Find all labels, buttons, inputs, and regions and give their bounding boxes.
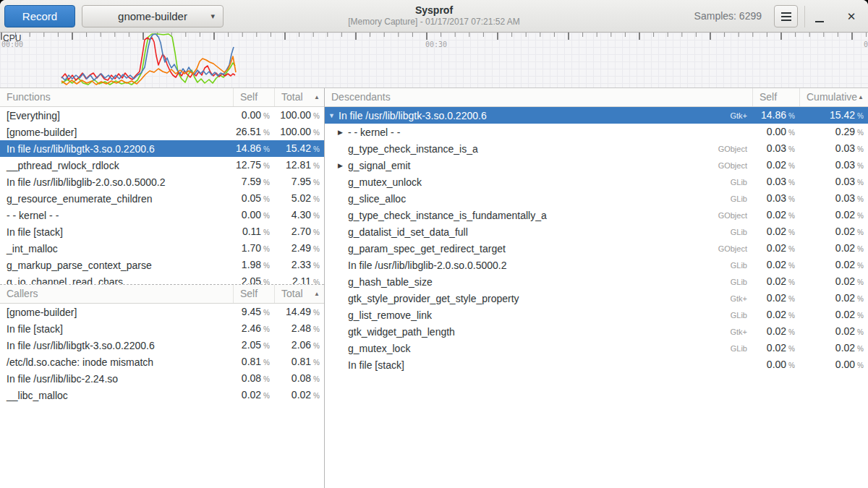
row-self: 0.02% — [752, 157, 799, 174]
tree-row[interactable]: ▼In file /usr/lib/libgtk-3.so.0.2200.6Gt… — [325, 107, 868, 124]
samples-count: Samples: 6299 — [694, 0, 762, 33]
table-row[interactable]: g_markup_parse_context_parse1.98%2.33% — [0, 257, 324, 273]
row-cumulative-value: 0.02 — [835, 209, 855, 221]
tree-row[interactable]: g_mutex_unlockGLib0.03%0.03% — [325, 174, 868, 190]
record-button[interactable]: Record — [4, 5, 75, 27]
column-header-callers[interactable]: Callers — [0, 285, 233, 303]
library-badge: Gtk+ — [730, 108, 752, 124]
row-self-value: 14.86 — [236, 142, 261, 154]
percent-sign: % — [857, 312, 864, 320]
tree-row[interactable]: ▶- - kernel - -0.00%0.29% — [325, 124, 868, 140]
table-row[interactable]: g_resource_enumerate_children0.05%5.02% — [0, 190, 324, 207]
row-name: In file /usr/lib/libgtk-3.so.0.2200.6 — [0, 140, 233, 158]
tree-row[interactable]: g_slice_allocGLib0.03%0.03% — [325, 190, 868, 207]
tree-row[interactable]: g_list_remove_linkGLib0.02%0.02% — [325, 307, 868, 323]
row-self: 14.86% — [233, 140, 274, 158]
function-name: g_slice_alloc — [348, 191, 406, 207]
table-row[interactable]: In file [stack]2.46%2.48% — [0, 320, 324, 337]
row-self-value: 0.02 — [767, 292, 786, 304]
row-name: g_mutex_unlockGLib — [325, 174, 752, 191]
tree-row[interactable]: g_datalist_id_set_data_fullGLib0.02%0.02… — [325, 223, 868, 240]
row-cumulative: 0.03% — [799, 140, 868, 158]
row-name: ▼In file /usr/lib/libgtk-3.so.0.2200.6Gt… — [325, 107, 752, 124]
table-row[interactable]: __pthread_rwlock_rdlock12.75%12.81% — [0, 157, 324, 174]
tree-row[interactable]: ▶g_signal_emitGObject0.02%0.03% — [325, 157, 868, 174]
tree-row[interactable]: g_hash_table_sizeGLib0.02%0.02% — [325, 273, 868, 290]
row-total: 15.42% — [274, 140, 324, 158]
percent-sign: % — [788, 129, 795, 137]
column-header-self[interactable]: Self — [233, 285, 274, 303]
library-badge: GLib — [731, 174, 752, 191]
tree-row[interactable]: gtk_style_provider_get_style_propertyGtk… — [325, 290, 868, 307]
percent-sign: % — [313, 228, 320, 236]
row-total: 0.08% — [274, 370, 324, 388]
percent-sign: % — [313, 309, 320, 317]
menu-button[interactable] — [774, 5, 798, 27]
table-row[interactable]: _int_malloc1.70%2.49% — [0, 240, 324, 257]
column-header-total[interactable]: Total ▲ — [274, 88, 324, 106]
table-row[interactable]: - - kernel - -0.00%4.30% — [0, 207, 324, 223]
tree-row[interactable]: g_type_check_instance_is_fundamentally_a… — [325, 207, 868, 223]
cpu-usage-graph[interactable]: CPU 00:0000:3001:00 — [0, 33, 868, 88]
table-row[interactable]: In file /usr/lib/libglib-2.0.so.0.5000.2… — [0, 174, 324, 190]
percent-sign: % — [857, 345, 864, 353]
row-self: 12.75% — [233, 157, 274, 174]
row-self: 0.00% — [233, 107, 274, 124]
column-header-cumulative[interactable]: Cumulative ▲ — [799, 88, 868, 106]
expander-closed-icon[interactable]: ▶ — [338, 158, 348, 174]
percent-sign: % — [857, 195, 864, 203]
row-name: [gnome-builder] — [0, 124, 233, 141]
percent-sign: % — [788, 361, 795, 369]
library-badge: GLib — [731, 307, 752, 324]
table-row[interactable]: [gnome-builder]26.51%100.00% — [0, 124, 324, 140]
tree-row[interactable]: gtk_widget_path_lengthGtk+0.02%0.02% — [325, 323, 868, 340]
minimize-button[interactable] — [807, 5, 832, 27]
column-header-descendants[interactable]: Descendants — [325, 88, 752, 106]
percent-sign: % — [263, 325, 270, 333]
tree-row[interactable]: In file [stack]0.00%0.00% — [325, 356, 868, 373]
table-row[interactable]: g_io_channel_read_chars2.05%2.11% — [0, 273, 324, 285]
function-name: In file /usr/lib/libglib-2.0.so.0.5000.2 — [348, 257, 506, 274]
row-self-value: 14.86 — [761, 109, 786, 121]
tree-row[interactable]: g_mutex_lockGLib0.02%0.02% — [325, 340, 868, 356]
row-name: ▶- - kernel - - — [325, 124, 752, 141]
row-self: 14.86% — [752, 107, 799, 124]
row-total: 100.00% — [274, 107, 324, 124]
column-header-functions[interactable]: Functions — [0, 88, 233, 106]
table-row[interactable]: [gnome-builder]9.45%14.49% — [0, 304, 324, 320]
column-header-self[interactable]: Self — [233, 88, 274, 106]
row-self-value: 0.11 — [242, 226, 261, 237]
percent-sign: % — [788, 112, 795, 120]
row-name: In file /usr/lib/libc-2.24.so — [0, 370, 233, 388]
row-name: g_hash_table_sizeGLib — [325, 273, 752, 291]
table-row[interactable]: /etc/ld.so.cache: inode mismatch0.81%0.8… — [0, 354, 324, 370]
close-button[interactable]: ✕ — [839, 5, 864, 27]
function-name: In file /usr/lib/libgtk-3.so.0.2200.6 — [7, 338, 155, 354]
row-total-value: 0.81 — [292, 356, 311, 367]
column-header-self[interactable]: Self — [752, 88, 799, 106]
table-row[interactable]: In file [stack]0.11%2.70% — [0, 223, 324, 240]
process-selector-dropdown[interactable]: gnome-builder ▾ — [82, 5, 224, 27]
close-icon: ✕ — [847, 10, 856, 23]
tree-row[interactable]: In file /usr/lib/libglib-2.0.so.0.5000.2… — [325, 257, 868, 273]
table-row[interactable]: [Everything]0.00%100.00% — [0, 107, 324, 124]
table-row[interactable]: __libc_malloc0.02%0.02% — [0, 387, 324, 403]
row-self-value: 0.02 — [767, 209, 786, 221]
row-name: In file /usr/lib/libglib-2.0.so.0.5000.2 — [0, 174, 233, 191]
tree-row[interactable]: g_type_check_instance_is_aGObject0.03%0.… — [325, 140, 868, 157]
expander-closed-icon[interactable]: ▶ — [338, 124, 348, 141]
row-self: 1.98% — [233, 257, 274, 274]
row-name: In file [stack] — [0, 320, 233, 338]
column-header-total[interactable]: Total ▲ — [274, 285, 324, 303]
expander-open-icon[interactable]: ▼ — [328, 108, 339, 124]
percent-sign: % — [313, 325, 320, 333]
table-row[interactable]: In file /usr/lib/libc-2.24.so0.08%0.08% — [0, 370, 324, 387]
table-row[interactable]: In file /usr/lib/libgtk-3.so.0.2200.62.0… — [0, 337, 324, 354]
sort-ascending-icon: ▲ — [858, 88, 864, 106]
table-row[interactable]: In file /usr/lib/libgtk-3.so.0.2200.614.… — [0, 140, 324, 157]
row-self-value: 0.00 — [242, 109, 261, 121]
tree-row[interactable]: g_param_spec_get_redirect_targetGObject0… — [325, 240, 868, 257]
row-cumulative: 0.02% — [799, 257, 868, 274]
row-name: g_param_spec_get_redirect_targetGObject — [325, 240, 752, 257]
percent-sign: % — [263, 112, 270, 120]
